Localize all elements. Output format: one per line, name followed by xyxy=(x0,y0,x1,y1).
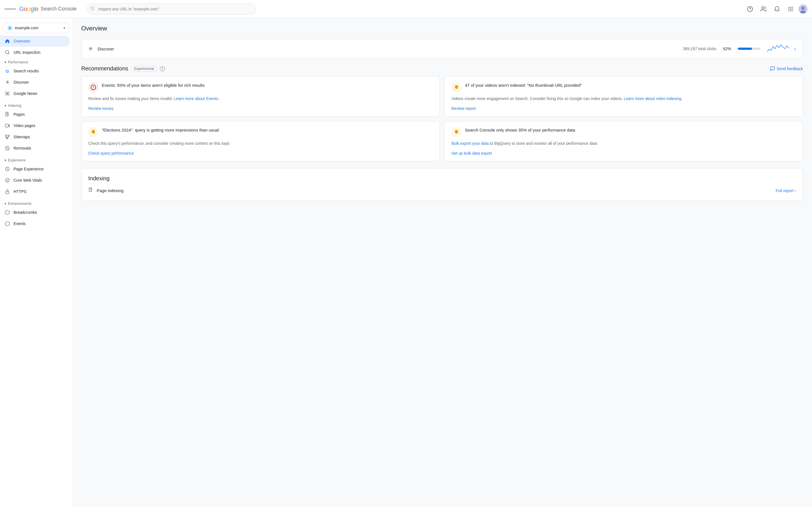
discover-chevron-right-icon[interactable]: › xyxy=(794,46,796,52)
sidebar-item-removals[interactable]: Removals xyxy=(0,143,70,154)
home-icon xyxy=(4,38,10,44)
rec-card-1-action-link[interactable]: Review issues xyxy=(88,106,113,111)
url-inspection-icon xyxy=(4,50,10,55)
section-indexing-label: Indexing xyxy=(8,104,21,108)
page-indexing-label: Page indexing xyxy=(97,188,772,193)
svg-rect-6 xyxy=(790,7,791,8)
sidebar-item-pages[interactable]: Pages xyxy=(0,109,70,120)
indexing-title: Indexing xyxy=(88,175,796,182)
topbar-icons xyxy=(744,3,808,15)
rec-card-4-body: Bulk export your data to BigQuery to sto… xyxy=(451,140,796,147)
rec-card-2-header: 47 of your videos aren't indexed: "No th… xyxy=(451,82,796,93)
sidebar-item-https[interactable]: HTTPS xyxy=(0,186,70,197)
svg-rect-26 xyxy=(8,135,9,136)
rec-card-4-action-link[interactable]: Set up bulk data export xyxy=(451,151,492,156)
svg-rect-35 xyxy=(6,191,9,193)
sidebar-item-google-news[interactable]: N Google News xyxy=(0,88,70,99)
indexing-section: Indexing Page indexing Full report › xyxy=(81,168,803,201)
full-report-chevron-icon: › xyxy=(795,188,796,193)
discover-label: Discover xyxy=(13,80,29,84)
rec-card-4-bulk-export-link[interactable]: Bulk export your data xyxy=(451,141,489,146)
property-selector[interactable]: 🌐 example.com ▾ xyxy=(2,22,70,33)
send-feedback-button[interactable]: Send feedback xyxy=(770,66,803,71)
section-indexing[interactable]: ▾ Indexing xyxy=(0,101,72,109)
sidebar-item-discover[interactable]: ✳ Discover xyxy=(0,76,70,88)
sidebar-item-overview[interactable]: Overview xyxy=(0,36,70,47)
google-news-label: Google News xyxy=(13,91,37,96)
recommendations-grid: Events: 93% of your items aren't eligibl… xyxy=(81,76,803,161)
discover-card: ✳ Discover 389,197 total clicks 62% › xyxy=(81,39,803,59)
avatar[interactable] xyxy=(799,4,808,13)
apps-button[interactable] xyxy=(785,3,796,15)
video-pages-label: Video pages xyxy=(13,123,36,128)
sitemaps-label: Sitemaps xyxy=(13,135,30,139)
svg-point-17 xyxy=(5,50,9,54)
sidebar-item-page-experience[interactable]: Page Experience xyxy=(0,163,70,175)
rec-card-4-header: Search Console only shows 35% of your pe… xyxy=(451,127,796,137)
svg-rect-23 xyxy=(5,124,8,127)
sidebar-item-core-web-vitals[interactable]: Core Web Vitals xyxy=(0,175,70,186)
pages-label: Pages xyxy=(13,112,25,117)
core-web-vitals-label: Core Web Vitals xyxy=(13,178,42,182)
lightbulb-icon-3 xyxy=(454,129,459,135)
breadcrumbs-label: Breadcrumbs xyxy=(13,210,37,215)
rec-card-4-icon xyxy=(451,127,462,137)
discover-stats: 389,197 total clicks 62% xyxy=(683,44,790,54)
search-results-icon: G xyxy=(4,68,10,74)
svg-point-0 xyxy=(91,7,94,10)
page-title: Overview xyxy=(81,25,803,32)
menu-button[interactable] xyxy=(4,3,16,15)
main-content: Overview ✳ Discover 389,197 total clicks… xyxy=(72,18,812,507)
sidebar-item-video-pages[interactable]: Video pages xyxy=(0,120,70,131)
section-experience-arrow: ▾ xyxy=(4,158,6,162)
lightbulb-icon xyxy=(454,84,459,90)
svg-rect-10 xyxy=(792,8,793,9)
sitemaps-icon xyxy=(4,134,10,140)
property-name: example.com xyxy=(15,25,61,30)
svg-rect-25 xyxy=(5,135,7,136)
removals-icon xyxy=(4,145,10,151)
sidebar-item-search-results[interactable]: G Search results xyxy=(0,65,70,76)
core-web-vitals-icon xyxy=(4,177,10,183)
section-performance[interactable]: ▾ Performance xyxy=(0,58,72,65)
svg-line-18 xyxy=(8,53,9,54)
section-experience[interactable]: ▾ Experience xyxy=(0,156,72,163)
feedback-icon xyxy=(770,66,775,71)
sidebar-item-sitemaps[interactable]: Sitemaps xyxy=(0,131,70,143)
rec-card-3-action-link[interactable]: Check query performance xyxy=(88,151,134,156)
recommendations-header: Recommendations Experimental ? Send feed… xyxy=(81,65,803,72)
svg-rect-8 xyxy=(789,8,790,9)
section-enhancements[interactable]: ▾ Enhancements xyxy=(0,200,72,207)
rec-card-1-learn-more-link[interactable]: Learn more about Events xyxy=(174,96,218,101)
svg-rect-13 xyxy=(792,10,793,11)
rec-card-4: Search Console only shows 35% of your pe… xyxy=(444,121,803,161)
search-input[interactable] xyxy=(87,3,256,15)
sidebar-item-url-inspection[interactable]: URL Inspection xyxy=(0,47,70,58)
video-pages-icon xyxy=(4,123,10,128)
discover-card-title: Discover xyxy=(98,47,678,51)
error-icon xyxy=(91,84,96,90)
recommendations-help-icon[interactable]: ? xyxy=(160,66,165,71)
discover-icon: ✳ xyxy=(4,79,10,85)
full-report-link[interactable]: Full report › xyxy=(776,188,796,193)
rec-card-1-icon xyxy=(88,82,98,93)
https-icon xyxy=(4,189,10,194)
rec-card-2-learn-more-link[interactable]: Learn more about video indexing xyxy=(624,96,681,101)
help-button[interactable] xyxy=(744,3,756,15)
topbar: Google Search Console xyxy=(0,0,812,18)
notifications-button[interactable] xyxy=(771,3,783,15)
rec-card-1-header: Events: 93% of your items aren't eligibl… xyxy=(88,82,433,93)
pages-icon xyxy=(4,112,10,117)
events-icon xyxy=(4,221,10,226)
section-enhancements-arrow: ▾ xyxy=(4,202,6,206)
svg-rect-5 xyxy=(789,7,790,8)
experimental-badge: Experimental xyxy=(131,66,157,71)
rec-card-2-action-link[interactable]: Review report xyxy=(451,106,476,111)
page-experience-label: Page Experience xyxy=(13,167,44,171)
manage-users-button[interactable] xyxy=(758,3,769,15)
rec-card-2-body: Videos create more engagement on Search.… xyxy=(451,96,796,102)
logo[interactable]: Google Search Console xyxy=(19,5,77,13)
sidebar-item-events[interactable]: Events xyxy=(0,218,70,229)
rec-card-3-body: Check this query's performance, and cons… xyxy=(88,140,433,147)
sidebar-item-breadcrumbs[interactable]: Breadcrumbs xyxy=(0,207,70,218)
